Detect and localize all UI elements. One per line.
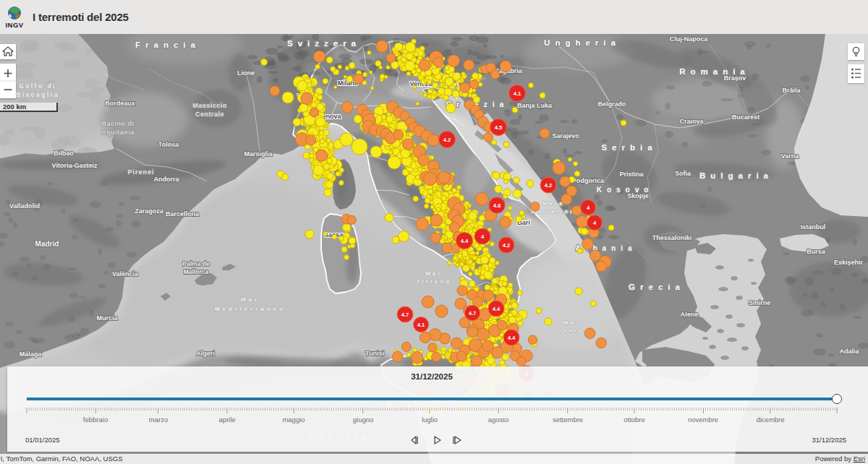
svg-text:4.4: 4.4 [461,238,469,244]
svg-text:4.4: 4.4 [493,306,501,312]
svg-text:Massiccio: Massiccio [192,102,227,109]
svg-text:4.7: 4.7 [401,312,409,318]
svg-text:Thessaloniki: Thessaloniki [652,234,692,241]
svg-text:Ionio: Ionio [559,327,584,334]
svg-text:Pristina: Pristina [619,171,644,178]
svg-text:Brașov: Brașov [724,74,746,82]
svg-text:Málaga: Málaga [20,351,43,358]
svg-text:Bacino di: Bacino di [101,120,134,127]
svg-text:Barcellona: Barcellona [166,210,200,218]
svg-text:Skopje: Skopje [627,192,649,199]
svg-text:Varna: Varna [781,152,800,160]
svg-text:4.4: 4.4 [508,335,516,341]
svg-text:Biscaglia: Biscaglia [16,91,59,98]
svg-text:Mallorca: Mallorca [184,268,209,275]
svg-text:Tirreno: Tirreno [417,278,451,285]
svg-text:Serbia: Serbia [601,143,657,152]
svg-text:Murcia: Murcia [96,314,118,322]
svg-text:Craiova: Craiova [679,118,704,125]
svg-text:Tunisi: Tunisi [365,350,384,357]
svg-text:Bordeaux: Bordeaux [105,100,135,107]
svg-text:4.2: 4.2 [443,137,451,143]
svg-text:Ungheria: Ungheria [544,38,621,47]
svg-text:Centrale: Centrale [195,111,224,118]
svg-text:4.1: 4.1 [417,322,425,328]
svg-text:Belgrado: Belgrado [597,100,626,108]
svg-text:Pirenei: Pirenei [127,168,154,176]
svg-text:Aquitania: Aquitania [101,129,135,136]
svg-text:Cluj-Napoca: Cluj-Napoca [670,35,709,43]
svg-text:4.2: 4.2 [503,242,511,249]
svg-text:Istanbul: Istanbul [801,223,826,231]
svg-text:Algeri: Algeri [196,350,215,357]
svg-text:Andorra: Andorra [153,176,179,183]
svg-text:Francia: Francia [135,40,200,49]
svg-text:4.1: 4.1 [514,90,522,97]
svg-text:Bursa: Bursa [807,248,826,255]
svg-text:Palma de: Palma de [182,260,210,267]
svg-text:Banja Luka: Banja Luka [517,102,553,109]
svg-text:Atene: Atene [680,311,698,318]
svg-text:Zaragoza: Zaragoza [135,207,164,215]
svg-text:Brăila: Brăila [782,87,801,94]
svg-text:Tolosa: Tolosa [158,141,179,148]
svg-text:Podgorica: Podgorica [572,177,605,184]
svg-text:Lione: Lione [237,69,255,77]
svg-text:Mar: Mar [425,270,442,277]
svg-text:Eskişehir: Eskişehir [834,259,864,266]
svg-text:Mar: Mar [241,296,260,303]
svg-text:Bilbao: Bilbao [54,150,74,157]
svg-text:4.5: 4.5 [495,124,503,131]
svg-text:Bucarest: Bucarest [732,113,760,121]
svg-text:Vitoria-Gasteiz: Vitoria-Gasteiz [52,162,98,169]
svg-text:4.7: 4.7 [469,310,477,317]
svg-text:Golfo di: Golfo di [19,82,56,90]
svg-text:Madrid: Madrid [35,240,59,248]
svg-text:INGV: INGV [5,21,23,29]
svg-text:Smirne: Smirne [749,299,771,306]
svg-text:Sofia: Sofia [675,170,692,177]
svg-text:Svizzera: Svizzera [287,39,361,48]
svg-text:Bulgaria: Bulgaria [699,171,773,180]
svg-text:Mediterraneo: Mediterraneo [215,306,286,312]
svg-text:València: València [112,270,139,278]
svg-text:Marsiglia: Marsiglia [244,150,273,158]
svg-text:Adalia: Adalia [839,348,859,355]
svg-text:4.2: 4.2 [545,182,553,189]
svg-text:Mar: Mar [563,319,579,326]
svg-text:Grecia: Grecia [629,283,685,291]
svg-text:Sarajevo: Sarajevo [552,132,579,139]
svg-text:Valladolid: Valladolid [9,202,40,210]
svg-text:4.8: 4.8 [493,202,501,209]
